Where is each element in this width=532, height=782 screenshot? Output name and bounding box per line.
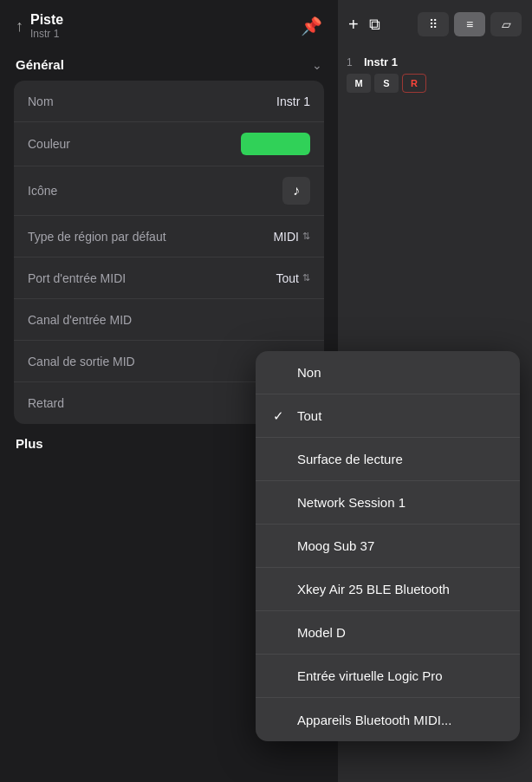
dropdown-label-entree-virtuelle: Entrée virtuelle Logic Pro [297,668,443,683]
dropdown-item-network[interactable]: Network Session 1 [256,481,520,525]
setting-midi-in-port-label: Port d'entrée MIDI [28,271,126,285]
dropdown-item-xkey[interactable]: Xkey Air 25 BLE Bluetooth [256,568,520,611]
dropdown-label-bluetooth: Appareils Bluetooth MIDI... [297,713,451,727]
dropdown-item-surface[interactable]: Surface de lecture [256,438,520,481]
dropdown-item-non[interactable]: Non [256,351,520,394]
color-swatch[interactable] [241,133,310,155]
header-title-group: Piste Instr 1 [30,12,63,40]
header-left: ↑ Piste Instr 1 [16,12,63,40]
setting-retard-label: Retard [28,396,64,410]
track-area: 1 Instr 1 M S R [338,49,532,100]
grid-view-button[interactable]: ⠿ [418,12,449,36]
single-view-button[interactable]: ▱ [490,12,522,36]
add-button[interactable]: + [348,15,359,35]
header-subtitle: Instr 1 [30,28,63,40]
checkmark-icon: ✓ [273,408,289,424]
setting-couleur[interactable]: Couleur [14,122,324,166]
general-section-header[interactable]: Général ⌄ [0,49,338,81]
header: ↑ Piste Instr 1 📌 [0,0,338,49]
back-arrow-icon[interactable]: ↑ [16,17,23,36]
dropdown-item-modeld[interactable]: Model D [256,611,520,655]
setting-nom[interactable]: Nom Instr 1 [14,81,324,122]
setting-region-type-label: Type de région par défaut [28,230,166,244]
setting-couleur-label: Couleur [28,137,70,151]
setting-icone-label: Icône [28,184,57,198]
dropdown-label-xkey: Xkey Air 25 BLE Bluetooth [297,582,450,596]
dropdown-label-network: Network Session 1 [297,495,405,510]
plus-section-label: Plus [16,436,43,451]
general-section-title: Général [16,57,64,72]
dropdown-item-bluetooth[interactable]: Appareils Bluetooth MIDI... [256,698,520,741]
dropdown-item-moog[interactable]: Moog Sub 37 [256,525,520,568]
track-number: 1 [347,56,359,68]
track-header-row: 1 Instr 1 [347,55,523,68]
setting-midi-in-channel[interactable]: Canal d'entrée MID [14,299,324,341]
setting-region-type-value: MIDI ⇅ [273,230,310,244]
list-view-button[interactable]: ≡ [454,12,485,36]
dropdown-label-tout: Tout [297,408,321,423]
setting-midi-in-channel-label: Canal d'entrée MID [28,313,132,327]
dropdown-label-moog: Moog Sub 37 [297,538,374,553]
dropdown-label-modeld: Model D [297,625,346,640]
chevron-down-icon: ⌄ [312,58,322,72]
setting-icone[interactable]: Icône ♪ [14,166,324,216]
record-button[interactable]: R [402,74,426,93]
setting-nom-label: Nom [28,94,54,108]
dropdown-item-tout[interactable]: ✓ Tout [256,394,520,438]
toolbar-row: + ⧉ ⠿ ≡ ▱ [338,0,532,49]
mute-button[interactable]: M [347,74,371,93]
dropdown-label-surface: Surface de lecture [297,452,403,466]
setting-midi-in-port[interactable]: Port d'entrée MIDI Tout ⇅ [14,257,324,299]
copy-button[interactable]: ⧉ [369,16,380,34]
setting-midi-in-port-value: Tout ⇅ [276,271,310,285]
dropdown-label-non: Non [297,365,321,380]
toolbar-left: + ⧉ [348,15,380,35]
icon-box[interactable]: ♪ [282,177,310,205]
solo-button[interactable]: S [374,74,399,93]
page-title: Piste [30,12,63,28]
setting-midi-out-channel-label: Canal de sortie MID [28,355,135,368]
pin-icon[interactable]: 📌 [301,16,322,36]
track-buttons: M S R [347,74,523,93]
toolbar-icons: ⠿ ≡ ▱ [418,12,522,36]
dropdown-item-entree-virtuelle[interactable]: Entrée virtuelle Logic Pro [256,655,520,698]
setting-region-type[interactable]: Type de région par défaut MIDI ⇅ [14,216,324,257]
stepper-icon: ⇅ [302,231,310,242]
dropdown-menu: Non ✓ Tout Surface de lecture Network Se… [256,351,520,741]
stepper-icon-2: ⇅ [302,272,310,283]
track-name: Instr 1 [364,55,398,68]
setting-nom-value: Instr 1 [276,94,310,108]
